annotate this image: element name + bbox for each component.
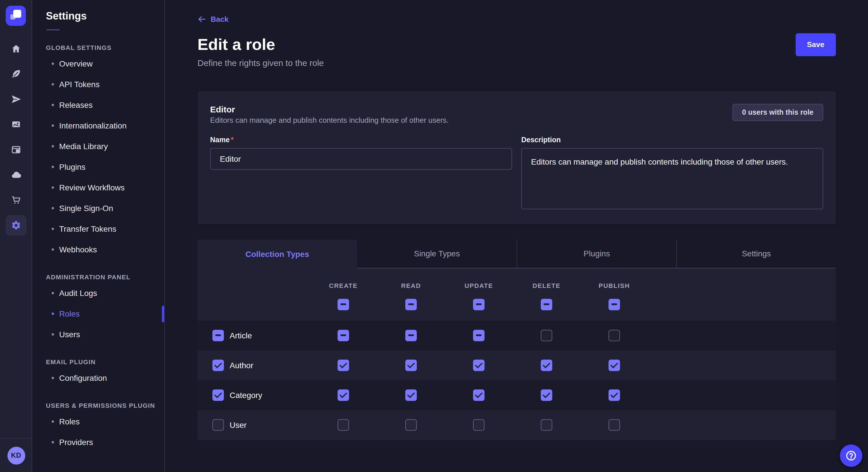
- content-releases-layout-icon[interactable]: [5, 139, 26, 160]
- tab-collection-types[interactable]: Collection Types: [197, 239, 357, 268]
- deploy-cloud-icon[interactable]: [5, 165, 26, 185]
- permissions-column-label: DELETE: [532, 282, 560, 289]
- sidebar-item-label: Audit Logs: [59, 289, 97, 298]
- row-checkbox-user[interactable]: [212, 419, 224, 430]
- strapi-logo[interactable]: [6, 6, 26, 26]
- checkbox-author-read[interactable]: [405, 359, 417, 371]
- permissions-column-update: UPDATE: [445, 282, 513, 320]
- save-button[interactable]: Save: [795, 33, 836, 56]
- sidebar-item-api-tokens[interactable]: API Tokens: [32, 74, 164, 95]
- permission-cell: [377, 330, 445, 341]
- role-name-heading: Editor: [210, 103, 448, 114]
- permissions-column-create: CREATE: [309, 282, 377, 320]
- row-label: User: [229, 420, 247, 429]
- row-label: Category: [229, 390, 262, 400]
- media-library-images-icon[interactable]: [5, 114, 26, 135]
- bullet-icon: [52, 166, 54, 168]
- tab-settings[interactable]: Settings: [676, 239, 836, 268]
- checkbox-article-publish[interactable]: [609, 330, 620, 341]
- sidebar-item-transfer-tokens[interactable]: Transfer Tokens: [32, 218, 164, 239]
- user-avatar[interactable]: KD: [7, 446, 25, 464]
- master-checkbox-update[interactable]: [473, 299, 485, 310]
- checkbox-user-create[interactable]: [338, 419, 349, 430]
- sidebar-item-plugins[interactable]: Plugins: [32, 157, 164, 177]
- sidebar-scrollbar-thumb[interactable]: [162, 306, 164, 322]
- marketplace-cart-icon[interactable]: [5, 190, 26, 210]
- sidebar-item-label: Providers: [59, 438, 93, 447]
- checkbox-user-read[interactable]: [405, 419, 417, 430]
- sidebar-item-releases[interactable]: Releases: [32, 95, 164, 115]
- permission-cell: [580, 389, 648, 401]
- name-input[interactable]: [210, 148, 512, 169]
- sidebar-item-audit-logs[interactable]: Audit Logs: [32, 283, 164, 303]
- row-checkbox-author[interactable]: [212, 359, 224, 371]
- bullet-icon: [52, 420, 54, 423]
- checkbox-category-publish[interactable]: [609, 389, 620, 401]
- permissions-row-user: User: [197, 410, 836, 440]
- description-textarea[interactable]: Editors can manage and publish contents …: [521, 148, 823, 209]
- checkbox-category-delete[interactable]: [541, 389, 552, 401]
- checkbox-category-update[interactable]: [473, 389, 485, 401]
- sidebar-item-roles[interactable]: Roles: [32, 411, 164, 432]
- checkbox-article-create[interactable]: [338, 330, 349, 341]
- tab-single-types[interactable]: Single Types: [357, 239, 517, 268]
- home-icon[interactable]: [5, 38, 26, 59]
- users-with-role-button[interactable]: 0 users with this role: [732, 103, 823, 121]
- row-checkbox-category[interactable]: [212, 389, 224, 401]
- checkbox-author-create[interactable]: [338, 359, 349, 371]
- permission-cell: [445, 330, 513, 341]
- checkbox-article-update[interactable]: [473, 330, 485, 341]
- sidebar-item-media-library[interactable]: Media Library: [32, 136, 164, 157]
- permission-cell: [309, 419, 377, 430]
- main-content: Back Edit a role Save Define the rights …: [165, 0, 868, 472]
- bullet-icon: [52, 441, 54, 443]
- page-subtitle: Define the rights given to the role: [197, 57, 836, 69]
- permissions-header-spacer: [197, 282, 309, 320]
- checkbox-category-create[interactable]: [338, 389, 349, 401]
- checkbox-author-update[interactable]: [473, 359, 485, 371]
- sidebar-section-label: ADMINISTRATION PANEL: [46, 274, 164, 280]
- master-checkbox-publish[interactable]: [609, 299, 620, 310]
- master-checkbox-create[interactable]: [338, 299, 349, 310]
- permissions-table-header: CREATEREADUPDATEDELETEPUBLISH: [197, 268, 836, 320]
- sidebar-item-providers[interactable]: Providers: [32, 432, 164, 452]
- content-type-builder-paper-plane-icon[interactable]: [5, 89, 26, 109]
- sidebar-item-webhooks[interactable]: Webhooks: [32, 239, 164, 260]
- bullet-icon: [52, 145, 54, 147]
- master-checkbox-read[interactable]: [405, 299, 417, 310]
- settings-gear-icon[interactable]: [5, 215, 26, 236]
- checkbox-article-read[interactable]: [405, 330, 417, 341]
- tab-plugins[interactable]: Plugins: [517, 239, 676, 268]
- sidebar-item-label: Review Workflows: [59, 183, 125, 192]
- checkbox-category-read[interactable]: [405, 389, 417, 401]
- sidebar-item-users[interactable]: Users: [32, 324, 164, 345]
- permission-cell: [309, 359, 377, 371]
- sidebar-item-roles[interactable]: Roles: [32, 303, 164, 324]
- checkbox-article-delete[interactable]: [541, 330, 552, 341]
- back-link[interactable]: Back: [197, 14, 228, 24]
- checkbox-user-publish[interactable]: [609, 419, 620, 430]
- permissions-column-label: PUBLISH: [599, 282, 630, 289]
- content-manager-feather-icon[interactable]: [5, 64, 26, 84]
- checkbox-author-delete[interactable]: [541, 359, 552, 371]
- help-button[interactable]: [840, 444, 862, 467]
- sidebar-item-review-workflows[interactable]: Review Workflows: [32, 177, 164, 198]
- sidebar-item-configuration[interactable]: Configuration: [32, 368, 164, 388]
- checkbox-user-delete[interactable]: [541, 419, 552, 430]
- checkbox-author-publish[interactable]: [609, 359, 620, 371]
- row-checkbox-article[interactable]: [212, 330, 224, 341]
- permission-cell: [445, 419, 513, 430]
- sidebar-item-internationalization[interactable]: Internationalization: [32, 115, 164, 136]
- sidebar-item-single-sign-on[interactable]: Single Sign-On: [32, 198, 164, 218]
- checkbox-user-update[interactable]: [473, 419, 485, 430]
- sidebar-item-label: Single Sign-On: [59, 204, 113, 213]
- sidebar-section: GLOBAL SETTINGSOverviewAPI TokensRelease…: [32, 44, 164, 260]
- sidebar-item-overview[interactable]: Overview: [32, 53, 164, 74]
- sidebar-item-label: Transfer Tokens: [59, 224, 116, 233]
- row-name-cell: Category: [197, 389, 309, 401]
- permission-cell: [513, 389, 580, 401]
- master-checkbox-delete[interactable]: [541, 299, 552, 310]
- sidebar-item-label: Media Library: [59, 142, 108, 151]
- permission-cell: [377, 359, 445, 371]
- rail-footer: KD: [0, 438, 32, 472]
